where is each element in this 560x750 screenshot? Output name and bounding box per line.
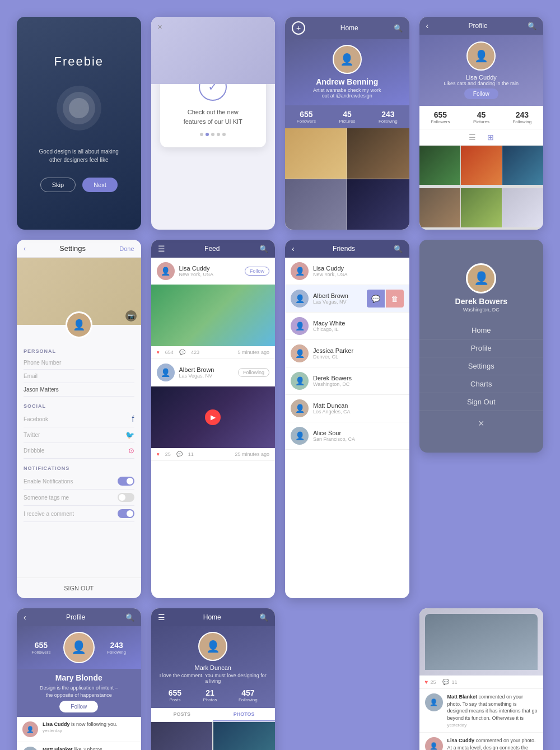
lisa-photo-5 (461, 188, 502, 227)
albert-loc: Las Vegas, NV (313, 299, 367, 305)
comment-notif-row: I receive a comment (24, 506, 134, 522)
dot-2 (206, 133, 209, 136)
macy-avatar: 👤 (291, 317, 309, 335)
search-icon[interactable]: 🔍 (259, 245, 268, 253)
heart-icon[interactable]: ♥ (425, 679, 428, 685)
card-settings: ‹ Settings Done 👤 📷 PERSONAL Phone Numbe… (17, 240, 141, 598)
menu-signout[interactable]: Sign Out (419, 393, 544, 411)
search-icon[interactable]: 🔍 (528, 22, 536, 30)
follow-button[interactable]: Follow (464, 88, 498, 99)
camera-icon[interactable]: 📷 (125, 310, 137, 322)
lisa-profile-top: 👤 Lisa Cuddy Likes cats and dancing in t… (419, 35, 544, 106)
dot-3 (211, 133, 214, 136)
jessica-info: Jessica Parker Denver, CL (313, 347, 404, 360)
tags-toggle[interactable] (118, 493, 134, 502)
heart-icon[interactable]: ♥ (157, 451, 160, 457)
matt-name: Matt Duncan (313, 402, 404, 409)
email-field[interactable]: Email (24, 370, 134, 383)
comment-icon[interactable]: 💬 (179, 350, 185, 355)
back-button[interactable]: ‹ (292, 244, 295, 253)
next-button[interactable]: Next (82, 178, 118, 192)
following-button[interactable]: Following (238, 368, 269, 377)
done-button[interactable]: Done (119, 245, 134, 252)
jessica-name: Jessica Parker (313, 347, 404, 354)
mary-followers: 655 Followers (24, 641, 59, 655)
mark-profile-hero: 👤 Mark Duncan I love the comment. You mu… (151, 626, 276, 708)
add-icon[interactable]: + (292, 21, 305, 35)
grid-view-icon[interactable]: ⊞ (487, 133, 494, 142)
card-notifications: ♥ 25 💬 11 👤 Matt Blanket commented on yo… (419, 608, 544, 750)
post2-location: Las Vegas, NV (179, 373, 234, 379)
friends-title: Friends (333, 245, 355, 253)
feed-post-1: 👤 Lisa Cuddy New York, USA Follow ♥ 654 … (151, 258, 276, 359)
follow-button[interactable]: Follow (245, 267, 269, 276)
post3-time: 25 minutes ago (235, 451, 269, 457)
matt-notif-time: yesterday (447, 723, 538, 728)
settings-avatar: 👤 (66, 311, 92, 338)
search-icon[interactable]: 🔍 (394, 245, 403, 253)
back-button[interactable]: ‹ (24, 245, 26, 253)
lisa-notif-avatar: 👤 (425, 737, 443, 750)
feed-title: Feed (204, 245, 220, 253)
comment-icon[interactable]: 💬 (176, 451, 183, 457)
search-icon[interactable]: 🔍 (125, 613, 134, 622)
menu-profile[interactable]: Profile (419, 339, 544, 357)
sign-out-button[interactable]: SIGN OUT (17, 577, 141, 598)
heart-icon[interactable]: ♥ (157, 350, 160, 355)
name-field[interactable]: Jason Matters (24, 383, 134, 397)
lisa-photo-1 (419, 146, 460, 185)
list-view-icon[interactable]: ☰ (469, 133, 476, 142)
delete-button[interactable]: 🗑 (386, 290, 404, 308)
menu-icon[interactable]: ☰ (158, 244, 165, 253)
menu-home[interactable]: Home (419, 322, 544, 339)
phone-field[interactable]: Phone Number (24, 356, 134, 370)
lisa-avatar: 👤 (157, 262, 175, 280)
message-button[interactable]: 💬 (367, 290, 385, 308)
lisa-avatar: 👤 (466, 41, 496, 71)
derek-loc: Washington, DC (313, 381, 404, 387)
comment-count: 11 (451, 679, 457, 685)
post3-actions: ♥ 25 💬 11 25 minutes ago (151, 448, 276, 460)
skip-button[interactable]: Skip (40, 178, 76, 192)
mary-name: Mary Blonde (24, 673, 134, 682)
freebie-circles (57, 86, 101, 131)
back-button[interactable]: ‹ (24, 613, 26, 622)
play-button[interactable]: ▶ (205, 409, 221, 425)
enable-notif-toggle[interactable] (118, 477, 134, 486)
derek-name: Derek Bowers (455, 297, 507, 306)
lisa-header: ‹ Profile 🔍 (419, 17, 544, 35)
settings-header: ‹ Settings Done (17, 240, 141, 258)
search-icon[interactable]: 🔍 (259, 613, 268, 622)
menu-icon[interactable]: ☰ (158, 613, 165, 622)
photo-4 (347, 179, 409, 230)
tab-posts[interactable]: POSTS (151, 708, 213, 721)
feed-header: ☰ Feed 🔍 (151, 240, 276, 258)
twitter-icon: 🐦 (125, 431, 134, 439)
mary-header: ‹ Profile 🔍 (17, 608, 141, 626)
close-button[interactable]: × (478, 418, 484, 430)
mary-tagline: Design is the application of intent –the… (24, 684, 134, 698)
menu-settings[interactable]: Settings (419, 357, 544, 375)
mary-bio: Mary Blonde Design is the application of… (17, 669, 141, 717)
menu-charts[interactable]: Charts (419, 375, 544, 393)
mary-follow-button[interactable]: Follow (59, 701, 98, 712)
comment-notif-label: I receive a comment (24, 511, 74, 517)
comment-notif-toggle[interactable] (118, 509, 134, 518)
dot-1 (200, 133, 203, 136)
lisa-notif-text: Lisa Cuddy commented on your photo. At a… (447, 737, 538, 750)
back-button[interactable]: ‹ (426, 21, 429, 30)
circle-inner (69, 98, 89, 118)
close-button[interactable]: × (158, 22, 162, 31)
post2-header: 👤 Albert Brown Las Vegas, NV Following (151, 359, 276, 386)
notifications-header-photo (419, 608, 544, 676)
dot-5 (222, 133, 226, 136)
notifications-section-label: NOTIFICATIONS (24, 465, 134, 471)
alice-loc: San Francisco, CA (313, 436, 404, 442)
lisa-loc: New York, USA (313, 272, 404, 277)
card-mark: ☰ Home 🔍 👤 Mark Duncan I love the commen… (151, 608, 276, 750)
tab-photos[interactable]: PHOTOS (213, 708, 275, 721)
card-feed: ☰ Feed 🔍 👤 Lisa Cuddy New York, USA Foll… (151, 240, 276, 598)
search-icon[interactable]: 🔍 (394, 24, 403, 32)
mary-top: 655 Followers 👤 243 Following (17, 626, 141, 669)
post1-likes: 654 (165, 350, 174, 355)
